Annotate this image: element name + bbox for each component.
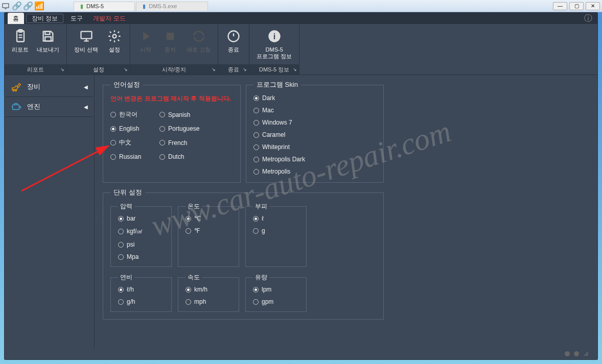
sidebar: 장비◀엔진◀ [5, 75, 95, 359]
info-icon[interactable]: ⓘ [579, 13, 597, 24]
radio-unit-h[interactable]: ℓ/h [118, 286, 134, 293]
ribbon-group-label: 종료↘ [218, 64, 249, 75]
taskbar-tabs: ▮DMS-5 ▮DMS-5.exe [74, 2, 208, 11]
radio-unit-[interactable]: ℃ [186, 215, 201, 222]
ribbon-clipboard-button[interactable]: 리포트 [8, 26, 33, 64]
radio-dot-icon [186, 299, 191, 305]
ribbon-save-button[interactable]: 내보내기 [33, 26, 63, 64]
radio-lang-portuguese[interactable]: Portuguese [159, 125, 205, 132]
units-title: 단위 설정 [110, 188, 145, 197]
link-icon-2: 🔗 [25, 3, 32, 10]
unit-title: 압력 [118, 202, 134, 211]
ribbon-gear-button[interactable]: 설정 [102, 26, 127, 64]
ribbon-refresh-button: 새로 고침 [182, 26, 215, 64]
radio-unit-bar[interactable]: bar [118, 215, 135, 222]
radio-dot-icon [118, 254, 124, 260]
radio-unit-kgf[interactable]: kgf/㎠ [118, 227, 143, 236]
radio-dot-icon [253, 287, 259, 293]
radio-skin-dark[interactable]: Dark [253, 94, 275, 102]
os-titlebar: 🔗 🔗 📶 ▮DMS-5 ▮DMS-5.exe — ▢ ✕ [0, 0, 602, 12]
sidebar-item-engine[interactable]: 엔진◀ [6, 97, 93, 117]
svg-rect-12 [167, 33, 174, 40]
radio-lang-russian[interactable]: Russian [110, 153, 156, 160]
radio-lang-english[interactable]: English [110, 125, 156, 132]
radio-lang-french[interactable]: French [159, 138, 205, 147]
unit-title: 속도 [186, 273, 202, 282]
radio-label: bar [127, 215, 135, 222]
sidebar-item-excavator[interactable]: 장비◀ [6, 77, 93, 97]
radio-unit-mph[interactable]: mph [186, 298, 206, 305]
ribbon-label: 시작 [140, 46, 151, 53]
radio-skin-caramel[interactable]: Caramel [253, 131, 285, 138]
ribbon-monitor-button[interactable]: 장비 선택 [70, 26, 102, 64]
radio-dot-icon [186, 228, 191, 234]
ribbon-label: 새로 고침 [187, 46, 211, 53]
svg-rect-6 [45, 32, 50, 35]
radio-dot-icon [118, 216, 124, 222]
radio-label: kgf/㎠ [127, 227, 143, 236]
info-icon: i [266, 28, 283, 44]
radio-label: Russian [119, 153, 141, 160]
language-panel: 언어설정 언어 변경은 프로그램 재시작 후 적용됩니다. 한국어Spanish… [103, 80, 241, 183]
save-icon [40, 28, 56, 44]
radio-skin-metropolisdark[interactable]: Metropolis Dark [253, 156, 305, 163]
taskbar-tab-dms5-exe[interactable]: ▮DMS-5.exe [136, 2, 208, 11]
svg-point-11 [113, 35, 117, 38]
radio-skin-metropolis[interactable]: Metropolis [253, 168, 290, 175]
radio-label: Dutch [168, 153, 184, 160]
radio-label: ℓ/h [127, 286, 134, 293]
ribbon-label: 내보내기 [37, 46, 59, 53]
radio-label: mph [194, 298, 206, 305]
radio-unit-kmh[interactable]: km/h [186, 286, 207, 293]
radio-unit-gpm[interactable]: gpm [253, 298, 273, 305]
tab-tools[interactable]: 도구 [65, 13, 88, 24]
taskbar-tab-dms5[interactable]: ▮DMS-5 [74, 2, 135, 11]
unit-panel-속도: 속도km/hmph [178, 273, 239, 312]
ribbon-group-label: 리포트↘ [5, 64, 66, 75]
radio-unit-[interactable]: ℓ [253, 215, 264, 222]
power-icon [225, 28, 242, 44]
radio-unit-g[interactable]: g [253, 227, 265, 234]
monitor-icon [2, 3, 9, 10]
radio-skin-windows7[interactable]: Windows 7 [253, 119, 292, 126]
radio-lang-spanish[interactable]: Spanish [159, 110, 205, 119]
clipboard-icon [12, 28, 29, 44]
radio-unit-[interactable]: ℉ [186, 227, 200, 234]
ribbon-info-button[interactable]: iDMS-5 프로그램 정보 [252, 26, 296, 64]
radio-label: ℓ [262, 215, 264, 222]
radio-label: gpm [262, 298, 273, 305]
gear-icon [106, 28, 123, 44]
radio-dot-icon [118, 287, 124, 293]
chevron-left-icon: ◀ [84, 104, 88, 110]
tab-developer-mode[interactable]: 개발자 모드 [88, 13, 130, 24]
resize-grip-icon[interactable] [583, 351, 589, 357]
radio-dot-icon [110, 126, 116, 132]
unit-title: 유량 [253, 273, 269, 282]
minimize-button[interactable]: — [553, 2, 567, 10]
radio-unit-lpm[interactable]: lpm [253, 286, 271, 293]
radio-label: ℃ [194, 215, 201, 222]
radio-label: ℉ [194, 227, 200, 234]
radio-label: Metropolis [262, 168, 290, 175]
radio-skin-mac[interactable]: Mac [253, 107, 274, 114]
skin-title: 프로그램 Skin [253, 80, 301, 89]
radio-unit-psi[interactable]: psi [118, 241, 134, 248]
radio-unit-gh[interactable]: g/h [118, 298, 135, 305]
maximize-button[interactable]: ▢ [569, 2, 584, 10]
radio-dot-icon [253, 132, 259, 138]
tab-equipment-info[interactable]: 장비 정보 [26, 14, 63, 23]
svg-rect-8 [81, 32, 91, 39]
radio-lang-[interactable]: 中文 [110, 138, 156, 147]
link-icon: 🔗 [13, 3, 20, 10]
radio-label: Portuguese [168, 125, 199, 132]
radio-skin-whiteprint[interactable]: Whiteprint [253, 143, 290, 151]
ribbon-power-button[interactable]: 종료 [221, 26, 246, 64]
radio-unit-mpa[interactable]: Mpa [118, 253, 138, 260]
radio-dot-icon [253, 157, 259, 162]
radio-lang-dutch[interactable]: Dutch [159, 153, 205, 160]
radio-lang-[interactable]: 한국어 [110, 110, 156, 119]
close-button[interactable]: ✕ [586, 2, 600, 10]
ribbon-group-label: 설정↘ [67, 64, 130, 75]
tab-home[interactable]: 홈 [8, 13, 24, 24]
radio-label: g/h [127, 298, 135, 305]
